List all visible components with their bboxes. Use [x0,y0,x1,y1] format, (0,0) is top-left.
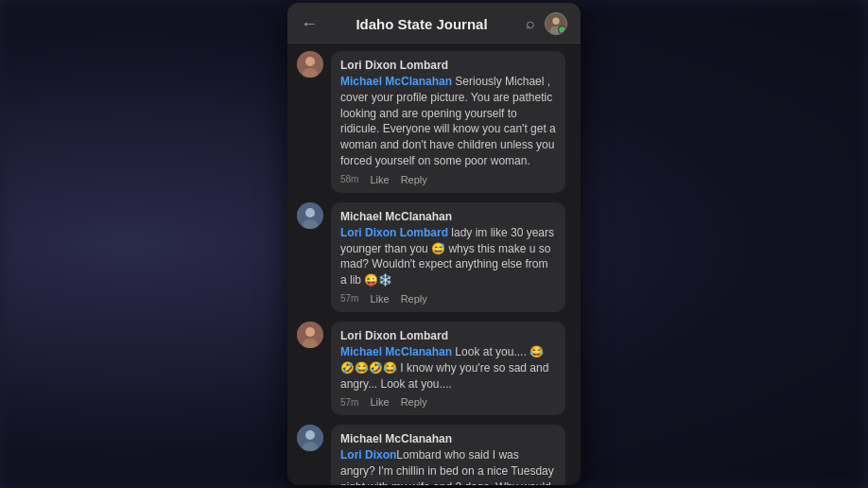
comment-author: Michael McClanahan [340,432,556,445]
svg-point-10 [305,327,315,337]
avatar [297,51,323,78]
svg-point-7 [305,208,315,218]
comments-list: Lori Dixon Lombard Michael McClanahan Se… [287,44,581,485]
comment-text: Michael McClanahan Look at you.... 😂🤣😂🤣😂… [340,344,556,392]
app-title: Idaho State Journal [356,16,487,32]
like-button[interactable]: Like [370,293,389,305]
comment-author: Michael McClanahan [340,210,556,223]
avatar [297,425,323,451]
comment-bubble: Michael McClanahan Lori Dixon Lombard la… [331,202,565,312]
comment-text: Michael McClanahan Seriously Michael , c… [340,74,556,169]
comment-mention: Lori Dixon [340,448,396,462]
app-header: ← Idaho State Journal ⌕ [287,3,581,44]
header-icons-group: ⌕ [526,12,567,35]
comment-item: Michael McClanahan Lori DixonLombard who… [297,425,571,485]
comment-mention: Michael McClanahan [340,345,452,358]
comment-author: Lori Dixon Lombard [340,59,556,72]
svg-point-2 [550,26,563,35]
comment-actions: 58m Like Reply [340,174,556,185]
comment-body: Seriously Michael , cover your profile p… [340,75,556,167]
comment-time: 57m [340,293,358,304]
comment-author: Lori Dixon Lombard [340,329,556,342]
comment-mention: Lori Dixon Lombard [340,226,448,239]
phone-ui: ← Idaho State Journal ⌕ [287,3,581,485]
avatar [297,202,323,229]
svg-point-13 [305,430,315,440]
reply-button[interactable]: Reply [401,174,427,185]
comment-actions: 57m Like Reply [340,396,556,408]
search-icon[interactable]: ⌕ [526,15,535,32]
comment-bubble: Lori Dixon Lombard Michael McClanahan Se… [331,51,565,193]
reply-button[interactable]: Reply [401,396,427,408]
comment-item: Michael McClanahan Lori Dixon Lombard la… [297,202,571,312]
comment-bubble: Lori Dixon Lombard Michael McClanahan Lo… [331,322,565,415]
comment-time: 57m [340,397,358,408]
comment-actions: 57m Like Reply [340,293,556,305]
svg-point-4 [305,57,315,66]
comment-time: 58m [340,174,358,184]
comment-bubble: Michael McClanahan Lori DixonLombard who… [331,425,565,485]
avatar [297,322,323,348]
comment-text: Lori DixonLombard who said I was angry? … [340,447,556,485]
back-button[interactable]: ← [301,14,318,34]
user-avatar[interactable] [545,12,567,35]
reply-button[interactable]: Reply [401,293,427,305]
comment-item: Lori Dixon Lombard Michael McClanahan Lo… [297,322,571,415]
like-button[interactable]: Like [370,174,389,185]
comment-text: Lori Dixon Lombard lady im like 30 years… [340,225,556,288]
comment-mention: Michael McClanahan [340,75,452,88]
like-button[interactable]: Like [370,396,389,408]
svg-point-1 [552,18,559,25]
comment-item: Lori Dixon Lombard Michael McClanahan Se… [297,51,571,193]
